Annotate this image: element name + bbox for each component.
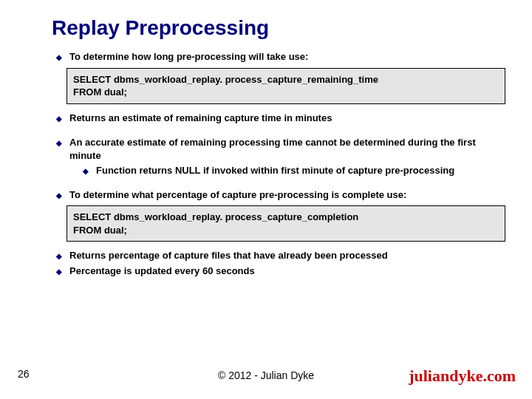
bullet-icon: [56, 249, 69, 262]
slide: Replay Preprocessing To determine how lo…: [0, 0, 532, 399]
spacer: [52, 179, 505, 186]
bullet-text: To determine what percentage of capture …: [69, 188, 505, 202]
code-block: SELECT dbms_workload_replay. process_cap…: [66, 205, 505, 242]
bullet-item: To determine how long pre-processing wil…: [56, 50, 505, 64]
code-block: SELECT dbms_workload_replay. process_cap…: [66, 68, 505, 104]
bullet-icon: [56, 50, 69, 64]
sub-bullet-item: Function returns NULL if invoked within …: [83, 164, 505, 177]
bullet-item: To determine what percentage of capture …: [56, 188, 505, 202]
bullet-icon: [56, 112, 69, 125]
bullet-text: Function returns NULL if invoked within …: [96, 164, 505, 177]
bullet-icon: [56, 265, 69, 278]
bullet-icon: [56, 188, 69, 202]
bullet-item: Percentage is updated every 60 seconds: [56, 265, 505, 278]
bullet-icon: [56, 136, 69, 162]
bullet-text: To determine how long pre-processing wil…: [69, 50, 505, 64]
bullet-item: Returns an estimate of remaining capture…: [56, 112, 505, 125]
slide-body: To determine how long pre-processing wil…: [52, 50, 505, 278]
spacer: [52, 126, 505, 134]
bullet-item: Returns percentage of capture files that…: [56, 249, 505, 262]
bullet-text: An accurate estimate of remaining proces…: [69, 136, 505, 162]
bullet-text: Returns an estimate of remaining capture…: [69, 112, 505, 125]
bullet-item: An accurate estimate of remaining proces…: [56, 136, 505, 162]
brand-url: juliandyke.com: [409, 366, 516, 386]
bullet-text: Returns percentage of capture files that…: [69, 249, 505, 262]
slide-title: Replay Preprocessing: [52, 16, 505, 40]
bullet-icon: [83, 164, 96, 177]
bullet-text: Percentage is updated every 60 seconds: [69, 265, 505, 278]
